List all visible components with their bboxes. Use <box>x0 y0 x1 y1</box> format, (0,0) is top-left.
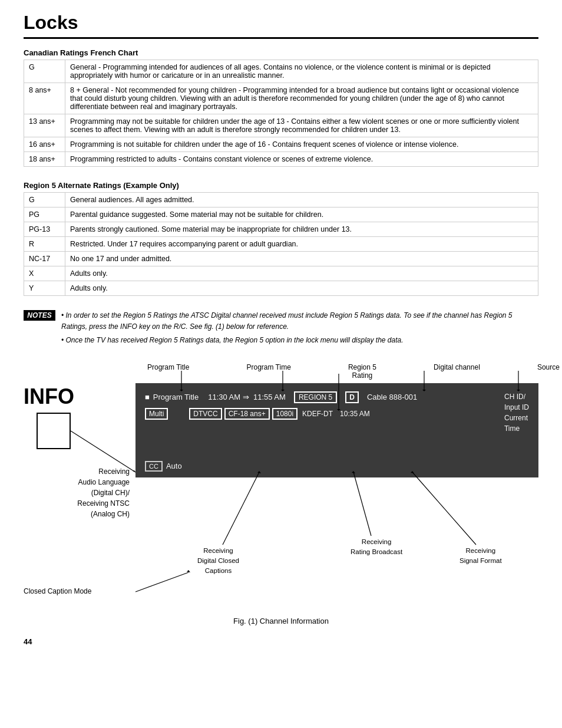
rating-cell: X <box>24 266 65 281</box>
cable-display: Cable 888-001 <box>367 393 417 401</box>
svg-line-12 <box>223 472 259 545</box>
rating-cell: G <box>24 60 65 83</box>
left-side-label: ReceivingAudio Language(Digital CH)/Rece… <box>24 466 130 519</box>
diagram-container: Program Title Program Time Region 5Ratin… <box>24 363 538 611</box>
description-cell: Parental guidance suggested. Some materi… <box>65 207 538 222</box>
tv-bottom-row: CC Auto <box>145 461 529 472</box>
tv-row1: ■ Program Title 11:30 AM ⇒ 11:55 AM REGI… <box>145 391 529 403</box>
label-digital-closed-captions: ReceivingDigital ClosedCaptions <box>197 546 239 577</box>
table-row: YAdults only. <box>24 281 538 296</box>
label-signal-format: ReceivingSignal Format <box>459 546 502 566</box>
canadian-section: Canadian Ratings French Chart GGeneral -… <box>24 48 538 167</box>
rating-cell: PG-13 <box>24 222 65 237</box>
rating-cell: 18 ans+ <box>24 152 65 167</box>
fig-caption: Fig. (1) Channel Information <box>24 617 538 625</box>
description-cell: Adults only. <box>65 281 538 296</box>
table-row: PGParental guidance suggested. Some mate… <box>24 207 538 222</box>
tv-screen: ■ Program Title 11:30 AM ⇒ 11:55 AM REGI… <box>135 383 538 477</box>
resolution-box: 1080i <box>272 408 297 420</box>
rating-cell: 13 ans+ <box>24 114 65 137</box>
table-row: GGeneral - Programming intended for audi… <box>24 60 538 83</box>
cf-box: CF-18 ans+ <box>224 408 270 420</box>
description-cell: Programming may not be suitable for chil… <box>65 114 538 137</box>
notes-content: • In order to set the Region 5 Ratings t… <box>61 310 538 349</box>
info-big-label: INFO <box>24 384 74 409</box>
rating-cell: 8 ans+ <box>24 83 65 114</box>
svg-marker-19 <box>187 570 190 572</box>
program-title-text: Program Title <box>153 393 199 401</box>
rating-cell: PG <box>24 207 65 222</box>
label-source: Source <box>537 363 560 380</box>
top-labels-row: Program Title Program Time Region 5Ratin… <box>135 363 562 380</box>
time-display: 11:30 AM ⇒ 11:55 AM <box>208 393 286 401</box>
time2-display: 10:35 AM <box>340 410 370 418</box>
note-bullet: • In order to set the Region 5 Ratings t… <box>61 310 538 332</box>
table-row: RRestricted. Under 17 requires accompany… <box>24 237 538 252</box>
program-title-marker: ■ <box>145 393 150 401</box>
description-cell: General audiences. All ages admitted. <box>65 193 538 207</box>
table-row: 8 ans+8 + General - Not recommended for … <box>24 83 538 114</box>
kdef-display: KDEF-DT <box>302 410 333 418</box>
d-box: D <box>345 391 359 403</box>
table-row: 18 ans+Programming restricted to adults … <box>24 152 538 167</box>
description-cell: 8 + General - Not recommended for young … <box>65 83 538 114</box>
multi-box: Multi <box>145 408 168 420</box>
label-program-time: Program Time <box>246 363 290 380</box>
dtvcc-box: DTVCC <box>189 408 222 420</box>
description-cell: Adults only. <box>65 266 538 281</box>
svg-line-14 <box>353 472 371 536</box>
table-row: XAdults only. <box>24 266 538 281</box>
closed-caption-mode-label: Closed Caption Mode <box>24 587 91 595</box>
description-cell: No one 17 and under admitted. <box>65 252 538 266</box>
label-program-title: Program Title <box>147 363 189 380</box>
description-cell: Programming restricted to adults - Conta… <box>65 152 538 167</box>
region5-box: REGION 5 <box>294 391 337 403</box>
table-row: NC-17No one 17 and under admitted. <box>24 252 538 266</box>
table-row: 16 ans+Programming is not suitable for c… <box>24 137 538 152</box>
info-box <box>37 413 71 449</box>
rating-cell: Y <box>24 281 65 296</box>
table-row: GGeneral audiences. All ages admitted. <box>24 193 538 207</box>
tv-row2: Multi DTVCC CF-18 ans+ 1080i KDEF-DT 10:… <box>145 408 529 420</box>
page-number: 44 <box>24 637 538 646</box>
canadian-table: GGeneral - Programming intended for audi… <box>24 60 538 167</box>
label-region5-rating: Region 5Rating <box>348 363 376 380</box>
canadian-section-title: Canadian Ratings French Chart <box>24 48 538 57</box>
table-row: 13 ans+Programming may not be suitable f… <box>24 114 538 137</box>
ch-id-label: CH ID/Input IDCurrentTime <box>504 391 529 434</box>
description-cell: Programming is not suitable for children… <box>65 137 538 152</box>
rating-cell: G <box>24 193 65 207</box>
label-digital-channel: Digital channel <box>434 363 480 380</box>
notes-label: NOTES <box>24 310 55 321</box>
description-cell: Parents strongly cautioned. Some materia… <box>65 222 538 237</box>
rating-cell: NC-17 <box>24 252 65 266</box>
rating-cell: R <box>24 237 65 252</box>
label-rating-broadcast: ReceivingRating Broadcast <box>351 537 402 558</box>
note-bullet: • Once the TV has received Region 5 Rati… <box>61 335 538 346</box>
description-cell: Restricted. Under 17 requires accompanyi… <box>65 237 538 252</box>
region5-section-title: Region 5 Alternate Ratings (Example Only… <box>24 181 538 190</box>
svg-line-18 <box>135 572 189 592</box>
region5-section: Region 5 Alternate Ratings (Example Only… <box>24 181 538 296</box>
cc-box: CC <box>145 461 163 472</box>
auto-label: Auto <box>166 462 182 470</box>
rating-cell: 16 ans+ <box>24 137 65 152</box>
svg-line-16 <box>412 472 476 545</box>
table-row: PG-13Parents strongly cautioned. Some ma… <box>24 222 538 237</box>
page-title: Locks <box>24 12 538 39</box>
region5-table: GGeneral audiences. All ages admitted.PG… <box>24 192 538 296</box>
notes-block: NOTES • In order to set the Region 5 Rat… <box>24 310 538 349</box>
description-cell: General - Programming intended for audie… <box>65 60 538 83</box>
